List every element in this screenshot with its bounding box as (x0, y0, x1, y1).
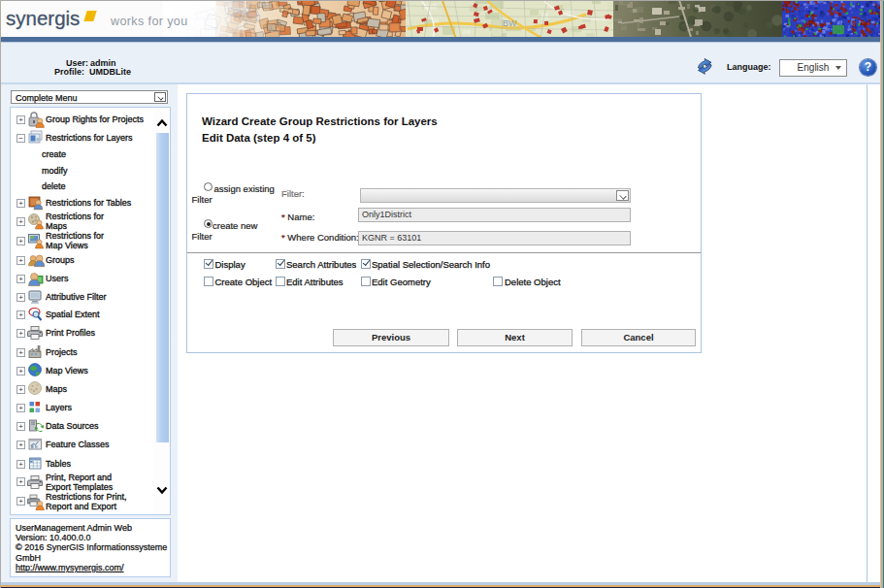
svg-text:BW: BW (503, 18, 517, 28)
